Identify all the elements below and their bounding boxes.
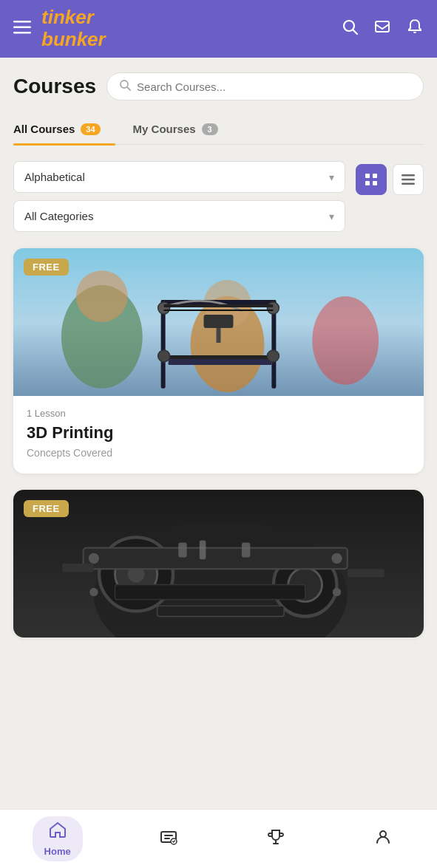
svg-point-58	[380, 831, 386, 837]
lesson-count-3d-printing: 1 Lesson	[27, 408, 410, 419]
course-info-3d-printing: 1 Lesson 3D Printing Concepts Covered	[13, 396, 424, 474]
svg-rect-41	[84, 548, 348, 570]
sort-value: Alphabetical	[24, 171, 85, 183]
search-input[interactable]	[137, 81, 411, 93]
svg-rect-12	[402, 174, 415, 177]
tab-my-label: My Courses	[133, 123, 196, 135]
tab-my-courses[interactable]: My Courses 3	[133, 115, 233, 144]
tab-my-badge: 3	[202, 123, 218, 135]
svg-rect-13	[402, 179, 415, 181]
sort-chevron-icon: ▾	[329, 171, 334, 183]
svg-line-7	[127, 87, 130, 90]
home-icon	[48, 821, 67, 843]
main-content: Courses All Courses 34 My Courses 3 Alph…	[0, 58, 437, 720]
svg-rect-55	[164, 838, 170, 839]
svg-line-4	[353, 30, 358, 35]
svg-rect-27	[217, 328, 221, 343]
nav-item-home[interactable]: Home	[33, 816, 83, 861]
svg-rect-51	[242, 542, 250, 557]
svg-rect-9	[373, 174, 377, 178]
svg-point-46	[89, 588, 98, 596]
category-chevron-icon: ▾	[329, 211, 334, 222]
svg-point-45	[331, 553, 342, 564]
svg-rect-26	[204, 315, 234, 328]
course-image-3d-printing: FREE	[13, 248, 424, 396]
svg-rect-52	[200, 541, 206, 560]
notification-icon[interactable]	[406, 18, 424, 40]
category-value: All Categories	[24, 210, 93, 222]
app-logo[interactable]: tinker bunker	[41, 7, 106, 51]
svg-point-20	[312, 296, 379, 385]
hamburger-icon[interactable]	[13, 19, 31, 38]
tab-all-badge: 34	[81, 123, 100, 135]
free-badge-engine: FREE	[24, 500, 69, 517]
course-title-3d-printing: 3D Printing	[27, 423, 410, 442]
trophy-icon	[266, 828, 285, 850]
svg-rect-49	[348, 569, 385, 577]
category-dropdown[interactable]: All Categories ▾	[13, 200, 345, 232]
tab-all-courses[interactable]: All Courses 34	[13, 115, 115, 144]
svg-point-47	[333, 588, 341, 596]
grid-view-button[interactable]	[356, 164, 387, 195]
svg-point-30	[158, 350, 170, 362]
list-view-button[interactable]	[393, 164, 424, 195]
svg-rect-10	[365, 181, 370, 185]
svg-rect-2	[13, 32, 31, 34]
tab-all-label: All Courses	[13, 123, 75, 135]
svg-point-17	[76, 270, 128, 322]
svg-rect-11	[373, 181, 377, 185]
svg-rect-54	[164, 835, 173, 836]
svg-rect-42	[115, 585, 305, 600]
search-icon[interactable]	[341, 18, 359, 40]
profile-icon	[373, 828, 393, 850]
svg-rect-1	[13, 27, 31, 29]
svg-rect-14	[402, 183, 415, 185]
svg-rect-50	[178, 542, 186, 557]
search-bar-icon	[119, 79, 131, 94]
view-mode-buttons	[356, 164, 424, 195]
svg-point-31	[267, 350, 279, 362]
svg-rect-43	[157, 606, 284, 616]
home-label: Home	[44, 846, 71, 857]
bottom-nav: Home	[0, 809, 437, 868]
courses-nav-icon	[159, 828, 178, 850]
course-card-engine[interactable]: FREE	[13, 490, 424, 638]
sort-dropdown[interactable]: Alphabetical ▾	[13, 161, 345, 193]
app-header: tinker bunker	[0, 0, 437, 58]
tabs-row: All Courses 34 My Courses 3	[13, 115, 424, 145]
nav-item-courses[interactable]	[147, 824, 190, 855]
svg-point-29	[267, 302, 279, 314]
svg-point-28	[158, 302, 170, 314]
page-title: Courses	[13, 75, 96, 98]
free-badge-3d-printing: FREE	[24, 259, 69, 276]
search-bar[interactable]	[106, 72, 424, 100]
course-card-3d-printing[interactable]: FREE 1 Lesson 3D Printing Concepts Cover…	[13, 248, 424, 474]
course-subtitle-3d-printing: Concepts Covered	[27, 447, 410, 459]
svg-rect-57	[273, 843, 279, 844]
nav-item-profile[interactable]	[362, 824, 404, 855]
course-image-engine: FREE	[13, 490, 424, 638]
title-search-row: Courses	[13, 72, 424, 100]
header-icons	[341, 18, 424, 40]
svg-rect-25	[169, 359, 272, 365]
nav-item-achievements[interactable]	[254, 824, 297, 855]
filter-left: Alphabetical ▾ All Categories ▾	[13, 161, 345, 232]
svg-rect-48	[62, 564, 94, 572]
svg-point-44	[89, 553, 99, 564]
header-left: tinker bunker	[13, 7, 106, 51]
inbox-icon[interactable]	[373, 18, 391, 40]
svg-rect-8	[365, 174, 370, 178]
filter-row: Alphabetical ▾ All Categories ▾	[13, 161, 424, 232]
svg-rect-0	[13, 21, 31, 23]
